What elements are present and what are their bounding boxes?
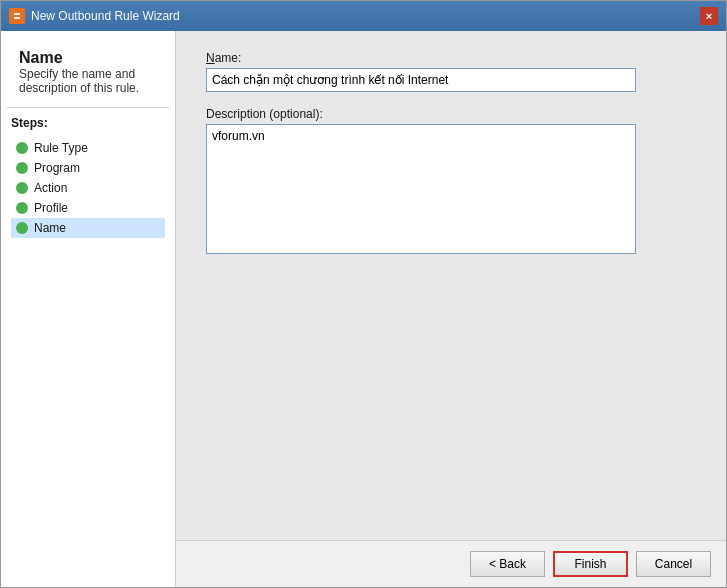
bottom-bar: < Back Finish Cancel xyxy=(176,540,726,587)
step-label-action: Action xyxy=(34,181,67,195)
page-subtitle: Specify the name and description of this… xyxy=(19,67,157,95)
sidebar-item-program[interactable]: Program xyxy=(11,158,165,178)
title-bar-left: New Outbound Rule Wizard xyxy=(9,8,180,24)
step-label-program: Program xyxy=(34,161,80,175)
description-field-group: Description (optional): xyxy=(206,107,696,254)
step-dot-program xyxy=(16,162,28,174)
step-dot-profile xyxy=(16,202,28,214)
name-label: Name: xyxy=(206,51,696,65)
sidebar-header: Name Specify the name and description of… xyxy=(7,39,169,108)
step-dot-rule-type xyxy=(16,142,28,154)
cancel-button[interactable]: Cancel xyxy=(636,551,711,577)
form-area: Name: Description (optional): xyxy=(176,31,726,540)
step-label-profile: Profile xyxy=(34,201,68,215)
close-button[interactable]: × xyxy=(700,7,718,25)
name-field-group: Name: xyxy=(206,51,696,92)
svg-rect-2 xyxy=(14,17,20,19)
main-content: Name: Description (optional): < Back Fin… xyxy=(176,31,726,587)
description-label: Description (optional): xyxy=(206,107,696,121)
page-title: Name xyxy=(19,49,157,67)
sidebar-item-name[interactable]: Name xyxy=(11,218,165,238)
step-dot-action xyxy=(16,182,28,194)
window-body: Name Specify the name and description of… xyxy=(1,31,726,587)
main-window: New Outbound Rule Wizard × Name Specify … xyxy=(0,0,727,588)
step-label-name: Name xyxy=(34,221,66,235)
step-label-rule-type: Rule Type xyxy=(34,141,88,155)
sidebar-item-profile[interactable]: Profile xyxy=(11,198,165,218)
step-dot-name xyxy=(16,222,28,234)
steps-label: Steps: xyxy=(11,116,165,130)
description-input[interactable] xyxy=(206,124,636,254)
sidebar: Name Specify the name and description of… xyxy=(1,31,176,587)
name-input[interactable] xyxy=(206,68,636,92)
svg-rect-1 xyxy=(14,13,20,15)
back-button[interactable]: < Back xyxy=(470,551,545,577)
sidebar-item-action[interactable]: Action xyxy=(11,178,165,198)
svg-rect-0 xyxy=(12,11,22,21)
finish-button[interactable]: Finish xyxy=(553,551,628,577)
firewall-icon xyxy=(9,8,25,24)
steps-section: Steps: Rule Type Program Action Profile xyxy=(7,108,169,246)
sidebar-item-rule-type[interactable]: Rule Type xyxy=(11,138,165,158)
window-title: New Outbound Rule Wizard xyxy=(31,9,180,23)
title-bar: New Outbound Rule Wizard × xyxy=(1,1,726,31)
